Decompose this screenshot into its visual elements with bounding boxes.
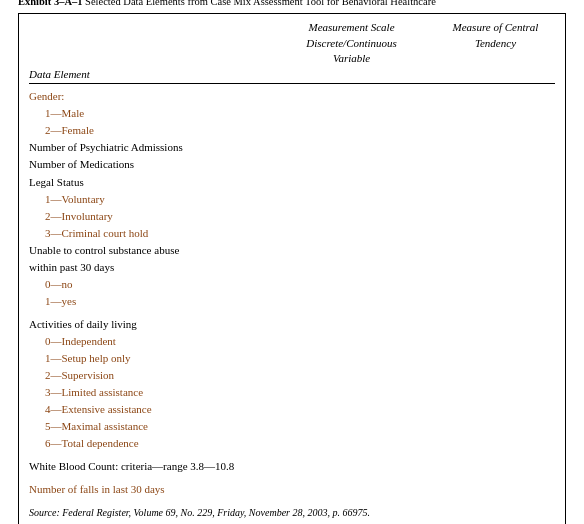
table-wrapper: Measurement Scale Discrete/Continuous Va… bbox=[18, 13, 566, 524]
measurement-scale-line2: Discrete/Continuous bbox=[306, 37, 397, 49]
activities-4: 4—Extensive assistance bbox=[29, 401, 555, 418]
substance-abuse-line1: Unable to control substance abuse bbox=[29, 242, 555, 259]
legal-status-header: Legal Status bbox=[29, 174, 555, 191]
content-area: Gender: 1—Male 2—Female Number of Psychi… bbox=[29, 88, 555, 521]
exhibit-title: Exhibit 3–A–1 Selected Data Elements fro… bbox=[18, 0, 566, 7]
legal-court-hold: 3—Criminal court hold bbox=[29, 225, 555, 242]
col-headers-row: Measurement Scale Discrete/Continuous Va… bbox=[29, 20, 555, 66]
substance-abuse-line2: within past 30 days bbox=[29, 259, 555, 276]
substance-yes: 1—yes bbox=[29, 293, 555, 310]
col-header-mid: Measurement Scale Discrete/Continuous Va… bbox=[267, 20, 436, 66]
activities-5: 5—Maximal assistance bbox=[29, 418, 555, 435]
gender-male: 1—Male bbox=[29, 105, 555, 122]
data-element-header: Data Element bbox=[29, 68, 267, 80]
number-falls: Number of falls in last 30 days bbox=[29, 481, 555, 498]
header-underline-row: Data Element bbox=[29, 68, 555, 84]
measure-central-line1: Measure of Central bbox=[453, 21, 539, 33]
measurement-scale-line3: Variable bbox=[333, 52, 370, 64]
activities-header: Activities of daily living bbox=[29, 316, 555, 333]
activities-2: 2—Supervision bbox=[29, 367, 555, 384]
activities-1: 1—Setup help only bbox=[29, 350, 555, 367]
activities-3: 3—Limited assistance bbox=[29, 384, 555, 401]
legal-voluntary: 1—Voluntary bbox=[29, 191, 555, 208]
page-container: Exhibit 3–A–1 Selected Data Elements fro… bbox=[12, 0, 572, 524]
gender-header: Gender: bbox=[29, 88, 555, 105]
number-medications: Number of Medications bbox=[29, 156, 555, 173]
col-header-right: Measure of Central Tendency bbox=[436, 20, 555, 66]
legal-involuntary: 2—Involuntary bbox=[29, 208, 555, 225]
white-blood-count: White Blood Count: criteria—range 3.8—10… bbox=[29, 458, 555, 475]
measurement-scale-line1: Measurement Scale bbox=[309, 21, 395, 33]
gender-female: 2—Female bbox=[29, 122, 555, 139]
substance-no: 0—no bbox=[29, 276, 555, 293]
activities-6: 6—Total dependence bbox=[29, 435, 555, 452]
exhibit-title-rest: Selected Data Elements from Case Mix Ass… bbox=[82, 0, 435, 7]
measure-central-line2: Tendency bbox=[475, 37, 516, 49]
exhibit-title-bold: Exhibit 3–A–1 bbox=[18, 0, 82, 7]
col-header-left bbox=[29, 20, 267, 66]
activities-0: 0—Independent bbox=[29, 333, 555, 350]
psychiatric-admissions: Number of Psychiatric Admissions bbox=[29, 139, 555, 156]
source-line: Source: Federal Register, Volume 69, No.… bbox=[29, 505, 555, 521]
